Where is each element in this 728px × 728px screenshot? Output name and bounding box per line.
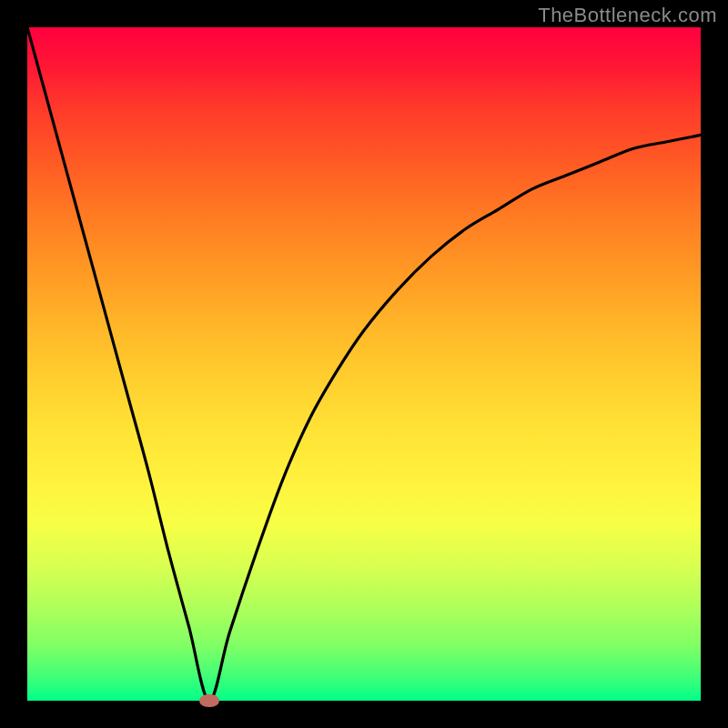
bottleneck-curve xyxy=(27,27,701,701)
plot-area xyxy=(27,27,701,701)
minimum-marker xyxy=(199,694,219,707)
chart-frame: TheBottleneck.com xyxy=(0,0,728,728)
watermark-text: TheBottleneck.com xyxy=(538,4,717,27)
